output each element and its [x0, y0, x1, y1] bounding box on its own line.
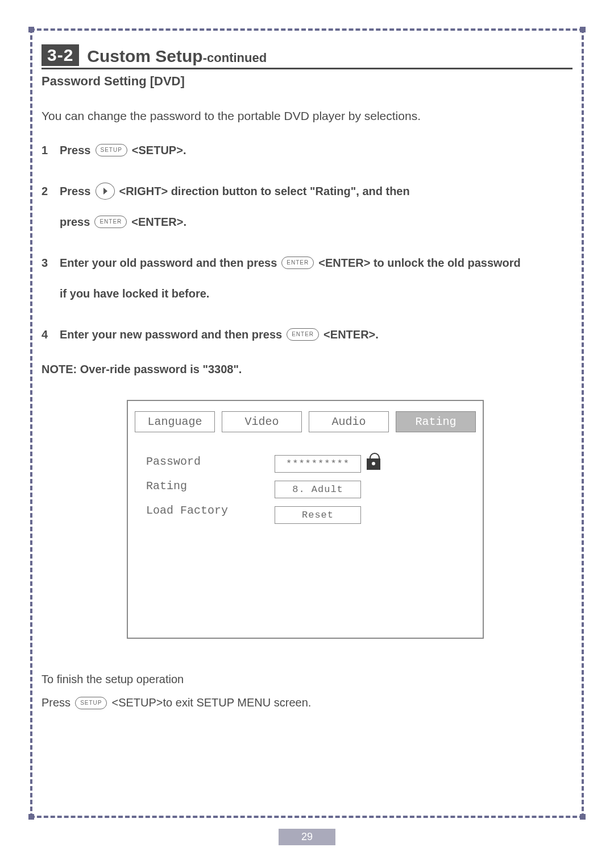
- step-text: Press: [60, 182, 91, 200]
- step-text: <ENTER> to unlock the old password: [318, 254, 521, 272]
- section-heading: 3-2 Custom Setup-continued: [42, 44, 572, 69]
- intro-text: You can change the password to the porta…: [42, 109, 572, 123]
- tab-audio[interactable]: Audio: [309, 411, 389, 432]
- subheading: Password Setting [DVD]: [42, 74, 572, 89]
- right-arrow-icon: [96, 183, 115, 200]
- svg-marker-0: [103, 188, 107, 195]
- step-text: <SETUP>.: [132, 141, 186, 159]
- tab-rating[interactable]: Rating: [396, 411, 476, 432]
- step-text: <ENTER>.: [323, 325, 379, 344]
- load-factory-value[interactable]: Reset: [275, 506, 361, 524]
- finish-text: to exit SETUP MENU screen.: [163, 696, 312, 709]
- tab-language[interactable]: Language: [135, 411, 215, 432]
- menu-item-load-factory[interactable]: Load Factory: [146, 504, 265, 517]
- step-2b: press ENTER <ENTER>.: [60, 213, 572, 231]
- lock-icon: [367, 458, 380, 470]
- setup-button-icon: SETUP: [75, 697, 107, 709]
- setup-menu-screen: Language Video Audio Rating Password Rat…: [127, 400, 484, 639]
- tab-video[interactable]: Video: [222, 411, 302, 432]
- step-3b: if you have locked it before.: [60, 284, 572, 303]
- note-text: NOTE: Over-ride password is "3308".: [42, 363, 572, 376]
- step-text: <ENTER>.: [131, 213, 186, 231]
- password-value[interactable]: **********: [275, 455, 361, 473]
- step-number: 2: [42, 182, 52, 200]
- step-text: press: [60, 213, 90, 231]
- finish-text: Press: [42, 696, 70, 709]
- setup-button-icon: SETUP: [96, 144, 127, 156]
- step-text: Press: [60, 141, 91, 159]
- section-number: 3-2: [42, 44, 79, 66]
- rating-value[interactable]: 8. Adult: [275, 481, 361, 498]
- page-number: 29: [279, 829, 335, 845]
- step-text: Enter your old password and then press: [60, 254, 277, 272]
- menu-item-password[interactable]: Password: [146, 455, 265, 468]
- enter-button-icon: ENTER: [94, 216, 127, 228]
- step-text: Enter your new password and then press: [60, 325, 282, 344]
- step-text: if you have locked it before.: [60, 284, 209, 303]
- finish-heading: To finish the setup operation: [42, 673, 572, 686]
- step-number: 4: [42, 325, 52, 344]
- menu-item-rating[interactable]: Rating: [146, 480, 265, 493]
- section-title: Custom Setup: [87, 47, 202, 65]
- finish-line: Press SETUP <SETUP> to exit SETUP MENU s…: [42, 696, 572, 709]
- step-4: 4 Enter your new password and then press…: [42, 325, 572, 344]
- step-text: <RIGHT> direction button to select "Rati…: [119, 182, 410, 200]
- step-number: 1: [42, 141, 52, 159]
- step-number: 3: [42, 254, 52, 272]
- section-continued: -continued: [203, 51, 267, 65]
- step-3: 3 Enter your old password and then press…: [42, 254, 572, 272]
- enter-button-icon: ENTER: [287, 328, 319, 341]
- enter-button-icon: ENTER: [281, 257, 314, 269]
- finish-text: <SETUP>: [111, 696, 163, 709]
- step-2: 2 Press <RIGHT> direction button to sele…: [42, 182, 572, 200]
- step-1: 1 Press SETUP <SETUP>.: [42, 141, 572, 159]
